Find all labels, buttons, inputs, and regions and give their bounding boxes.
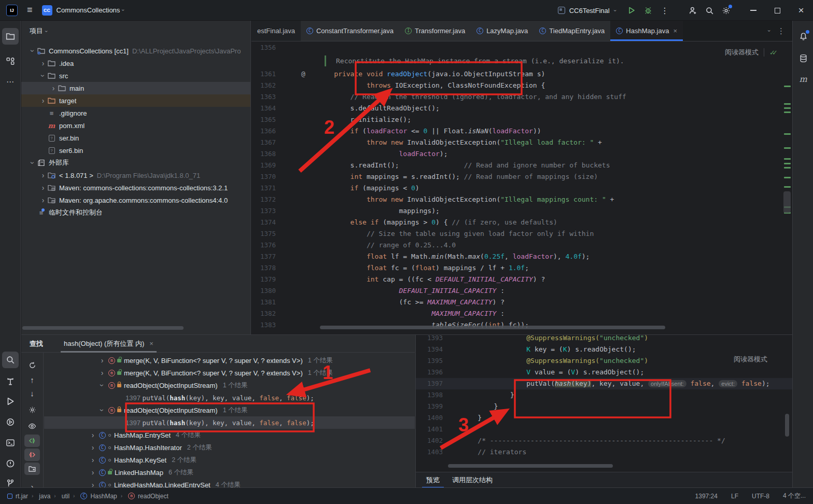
search-match-mark[interactable] bbox=[784, 103, 791, 105]
chevron-icon[interactable]: › bbox=[39, 72, 47, 80]
minimize-button[interactable] bbox=[741, 0, 765, 21]
project-name[interactable]: CommonsCollections bbox=[57, 6, 120, 14]
line-number[interactable]: 1374 bbox=[253, 217, 276, 228]
line-number[interactable]: 1369 bbox=[253, 160, 276, 171]
tree-item-ser.bin[interactable]: ?ser.bin bbox=[21, 132, 251, 144]
editor-hscrollbar[interactable] bbox=[320, 326, 665, 329]
search-match-mark[interactable] bbox=[784, 111, 791, 113]
line-number[interactable]: 1381 bbox=[253, 297, 276, 308]
run-icon[interactable] bbox=[2, 393, 19, 410]
search-match-mark[interactable] bbox=[784, 86, 791, 87]
chevron-icon[interactable]: › bbox=[89, 481, 97, 488]
gutter-annotation-icon[interactable]: @ bbox=[301, 68, 305, 80]
search-match-mark[interactable] bbox=[784, 158, 791, 160]
line-number[interactable]: 1368 bbox=[253, 148, 276, 160]
chevron-icon[interactable]: › bbox=[89, 431, 97, 439]
line-number[interactable]: 1400 bbox=[416, 412, 443, 424]
line-number[interactable]: 1377 bbox=[253, 251, 276, 262]
chevron-icon[interactable]: › bbox=[49, 84, 58, 92]
search-match-mark[interactable] bbox=[784, 163, 791, 164]
project-folder-icon[interactable] bbox=[2, 28, 19, 45]
chevron-icon[interactable]: › bbox=[89, 468, 97, 477]
project-panel-title[interactable]: 项目 bbox=[30, 26, 43, 36]
line-number[interactable]: 1394 bbox=[416, 344, 443, 355]
inspections-ok-icon[interactable]: ✓✓ bbox=[769, 49, 778, 57]
find-group-row[interactable]: ›mreadObject(ObjectInputStream)1 个结果 bbox=[44, 404, 415, 416]
terminal-icon[interactable] bbox=[2, 435, 19, 451]
settings-icon[interactable] bbox=[718, 3, 734, 18]
find-group-row[interactable]: ›mreadObject(ObjectInputStream)1 个结果 bbox=[44, 379, 415, 391]
database-icon[interactable] bbox=[795, 50, 811, 66]
tree-item-main[interactable]: ›main bbox=[21, 82, 251, 94]
line-number[interactable]: 1376 bbox=[253, 240, 276, 251]
find-result-row[interactable]: 1397 putVal(hash(key), key, value, false… bbox=[44, 416, 415, 429]
run-config-selector[interactable]: CC6TestFinal bbox=[569, 7, 610, 15]
more-icon[interactable]: ⋯ bbox=[2, 74, 19, 90]
tree-item-.gitignore[interactable]: ≡.gitignore bbox=[21, 107, 251, 119]
line-number[interactable]: 1366 bbox=[253, 125, 276, 137]
chevron-icon[interactable]: › bbox=[29, 159, 37, 167]
find-group-row[interactable]: ›CHashMap.KeySet2 个结果 bbox=[44, 454, 415, 466]
find-results-tab[interactable]: hash(Object) (所有位置 内) × bbox=[64, 335, 153, 353]
tab-preview[interactable]: 预览 bbox=[424, 472, 442, 488]
chevron-icon[interactable]: › bbox=[39, 171, 47, 179]
breadcrumb-item[interactable]: CHashMap bbox=[80, 493, 117, 500]
line-number[interactable]: 1367 bbox=[253, 137, 276, 148]
editor-tab-estfinal.java[interactable]: estFinal.java bbox=[251, 21, 301, 41]
services-icon[interactable] bbox=[2, 414, 19, 430]
notifications-icon[interactable] bbox=[795, 28, 811, 45]
chevron-icon[interactable]: › bbox=[98, 369, 106, 377]
close-button[interactable]: × bbox=[789, 0, 813, 21]
search-match-mark[interactable] bbox=[784, 167, 791, 169]
editor-tab-constanttransformer.java[interactable]: CConstantTransformer.java bbox=[301, 21, 399, 41]
line-number[interactable]: 1378 bbox=[253, 262, 276, 274]
line-number[interactable]: 1399 bbox=[416, 401, 443, 412]
line-number[interactable]: 1401 bbox=[416, 424, 443, 435]
main-menu-icon[interactable]: ≡ bbox=[27, 5, 33, 16]
navigate-forward-icon[interactable] bbox=[24, 449, 40, 461]
build-icon[interactable] bbox=[2, 373, 19, 390]
preview-icon[interactable] bbox=[24, 420, 40, 432]
find-group-row[interactable]: ›CHashMap.EntrySet4 个结果 bbox=[44, 429, 415, 441]
find-result-row[interactable]: 1397 putVal(hash(key), key, value, false… bbox=[44, 391, 415, 404]
chevron-icon[interactable]: › bbox=[98, 406, 106, 414]
breadcrumb-item[interactable]: mreadObject bbox=[128, 493, 169, 500]
tree-item-src[interactable]: ›src bbox=[21, 69, 251, 82]
line-number[interactable]: 1362 bbox=[253, 80, 276, 91]
chevron-icon[interactable]: › bbox=[29, 47, 37, 55]
line-number[interactable]: 1395 bbox=[416, 355, 443, 367]
tree-item-target[interactable]: ›target bbox=[21, 94, 251, 107]
tab-call-hierarchy[interactable]: 调用层次结构 bbox=[450, 472, 495, 488]
search-match-mark[interactable] bbox=[784, 107, 791, 109]
debug-button[interactable] bbox=[640, 3, 656, 18]
chevron-down-icon[interactable]: › bbox=[612, 9, 618, 11]
chevron-icon[interactable]: › bbox=[89, 456, 97, 464]
search-match-mark[interactable] bbox=[784, 186, 791, 188]
tab-options-icon[interactable]: ⋮ bbox=[777, 26, 785, 36]
editor-tab-hashmap.java[interactable]: CHashMap.java× bbox=[610, 21, 683, 41]
find-group-row[interactable]: ›CLinkedHashMap.LinkedEntrySet4 个结果 bbox=[44, 479, 415, 488]
tree-item-maven-org.apache.commons-commons-collections4-4.0[interactable]: ›Maven: org.apache.commons:commons-colle… bbox=[21, 194, 251, 206]
maven-panel-icon[interactable]: m bbox=[795, 71, 811, 87]
line-number[interactable]: 1370 bbox=[253, 171, 276, 183]
editor-vscrollbar[interactable] bbox=[783, 191, 791, 213]
tree-item-pom.xml[interactable]: mpom.xml bbox=[21, 119, 251, 132]
line-number[interactable]: 1396 bbox=[416, 367, 443, 378]
tree-item--1.8.071-[interactable]: ›< 1.8.071 >D:\Program Files\Java\jdk1.8… bbox=[21, 169, 251, 181]
editor-tab-tiedmapentry.java[interactable]: CTiedMapEntry.java bbox=[534, 21, 610, 41]
refresh-icon[interactable] bbox=[24, 359, 40, 371]
up-icon[interactable]: ↑ bbox=[24, 373, 40, 386]
search-match-mark[interactable] bbox=[784, 147, 791, 149]
line-number[interactable]: 1380 bbox=[253, 285, 276, 297]
chevron-icon[interactable]: › bbox=[39, 59, 47, 67]
add-user-icon[interactable] bbox=[684, 3, 701, 18]
chevron-down-icon[interactable]: › bbox=[44, 30, 49, 32]
search-match-mark[interactable] bbox=[784, 133, 791, 135]
close-icon[interactable]: × bbox=[149, 340, 153, 347]
chevron-icon[interactable]: › bbox=[89, 443, 97, 452]
settings-icon[interactable] bbox=[24, 403, 40, 416]
line-number[interactable]: 1383 bbox=[253, 319, 276, 331]
chevron-icon[interactable]: › bbox=[39, 196, 47, 204]
find-group-row[interactable]: ›CLinkedHashMap6 个结果 bbox=[44, 466, 415, 479]
line-number[interactable]: 1393 bbox=[416, 335, 443, 344]
